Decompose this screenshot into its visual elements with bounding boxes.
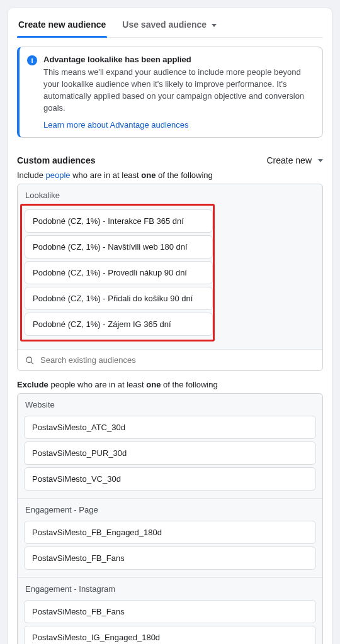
exclude-audience-token[interactable]: PostavSiMesto_VC_30d bbox=[24, 467, 316, 491]
search-icon bbox=[25, 356, 34, 365]
banner-title: Advantage lookalike has been applied bbox=[43, 55, 314, 64]
include-audience-token[interactable]: Podobné (CZ, 1%) - Přidali do košíku 90 … bbox=[25, 287, 213, 310]
info-icon: i bbox=[27, 55, 37, 65]
exclude-pre: Exclude bbox=[17, 380, 48, 389]
exclude-mid: people who are in at least bbox=[48, 380, 146, 389]
create-new-label: Create new bbox=[266, 155, 312, 165]
tab-use-saved-audience[interactable]: Use saved audience bbox=[121, 13, 218, 37]
tab-create-new-audience[interactable]: Create new audience bbox=[17, 13, 107, 37]
include-subline: Include people who are in at least one o… bbox=[17, 170, 323, 180]
include-post: of the following bbox=[156, 170, 212, 180]
banner-body: This means we'll expand your audience to… bbox=[43, 67, 314, 114]
banner-learn-more-link[interactable]: Learn more about Advantage audiences bbox=[43, 120, 189, 130]
caret-down-icon bbox=[212, 24, 217, 27]
create-new-button[interactable]: Create new bbox=[266, 155, 323, 165]
exclude-audience-token[interactable]: PostavSiMesto_PUR_30d bbox=[24, 441, 316, 465]
include-panel: Lookalike Podobné (CZ, 1%) - Interakce F… bbox=[17, 184, 323, 371]
include-group-label: Lookalike bbox=[18, 184, 322, 204]
exclude-audience-token[interactable]: PostavSiMesto_IG_Engaged_180d bbox=[24, 626, 316, 644]
exclude-post: of the following bbox=[161, 380, 217, 389]
banner-content: Advantage lookalike has been applied Thi… bbox=[43, 55, 314, 130]
include-search-row[interactable] bbox=[18, 349, 322, 370]
include-panel-body: Podobné (CZ, 1%) - Interakce FB 365 dníP… bbox=[18, 204, 322, 349]
include-search-input[interactable] bbox=[39, 355, 315, 365]
include-mid: who are in at least bbox=[71, 170, 142, 180]
include-bold: one bbox=[141, 170, 156, 180]
exclude-group-body: PostavSiMesto_FB_FansPostavSiMesto_IG_En… bbox=[18, 600, 322, 644]
include-audience-token[interactable]: Podobné (CZ, 1%) - Interakce FB 365 dní bbox=[25, 209, 213, 233]
exclude-subline: Exclude people who are in at least one o… bbox=[17, 380, 323, 389]
exclude-audience-token[interactable]: PostavSiMesto_FB_Fans bbox=[24, 600, 316, 623]
custom-audiences-title: Custom audiences bbox=[17, 155, 95, 165]
tab-use-saved-label: Use saved audience bbox=[122, 19, 207, 30]
exclude-group-body: PostavSiMesto_FB_Engaged_180dPostavSiMes… bbox=[18, 521, 322, 577]
exclude-panel: WebsitePostavSiMesto_ATC_30dPostavSiMest… bbox=[17, 393, 323, 644]
exclude-group-label: Engagement - Page bbox=[18, 498, 322, 518]
audience-card: Create new audience Use saved audience i… bbox=[8, 8, 332, 644]
include-highlight-box: Podobné (CZ, 1%) - Interakce FB 365 dníP… bbox=[20, 204, 215, 341]
exclude-group-body: PostavSiMesto_ATC_30dPostavSiMesto_PUR_3… bbox=[18, 416, 322, 498]
svg-point-0 bbox=[26, 357, 32, 363]
exclude-audience-token[interactable]: PostavSiMesto_FB_Engaged_180d bbox=[24, 521, 316, 544]
exclude-audience-token[interactable]: PostavSiMesto_ATC_30d bbox=[24, 416, 316, 439]
exclude-bold: one bbox=[146, 380, 161, 389]
caret-down-icon bbox=[318, 159, 323, 162]
tabs: Create new audience Use saved audience bbox=[17, 13, 323, 38]
advantage-lookalike-banner: i Advantage lookalike has been applied T… bbox=[17, 47, 323, 138]
exclude-group-label: Engagement - Instagram bbox=[18, 577, 322, 597]
include-audience-token[interactable]: Podobné (CZ, 1%) - Navštívili web 180 dn… bbox=[25, 235, 213, 258]
include-audience-token[interactable]: Podobné (CZ, 1%) - Zájem IG 365 dní bbox=[25, 313, 213, 336]
exclude-group-label: Website bbox=[18, 394, 322, 413]
svg-line-1 bbox=[31, 362, 34, 365]
include-people-link[interactable]: people bbox=[46, 170, 71, 180]
include-pre: Include bbox=[17, 170, 46, 180]
exclude-audience-token[interactable]: PostavSiMesto_FB_Fans bbox=[24, 547, 316, 570]
custom-audiences-header: Custom audiences Create new bbox=[17, 155, 323, 165]
include-audience-token[interactable]: Podobné (CZ, 1%) - Provedli nákup 90 dní bbox=[25, 261, 213, 284]
